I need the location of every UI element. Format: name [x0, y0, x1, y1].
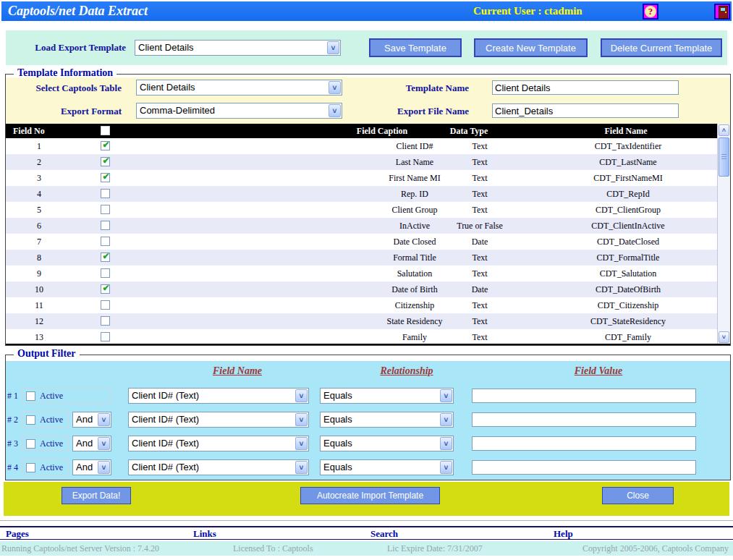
export-data-button[interactable]: Export Data!	[62, 487, 131, 504]
active-checkbox-group: Active	[22, 436, 69, 451]
filter-relationship-select[interactable]: Equals˅	[320, 412, 454, 428]
filter-relationship-select[interactable]: Equals˅	[320, 436, 454, 451]
chevron-down-icon[interactable]: ˅	[440, 413, 452, 426]
door-window	[721, 8, 725, 11]
save-template-button[interactable]: Save Template	[369, 38, 462, 57]
export-format-label: Export Format	[6, 106, 122, 117]
template-name-input[interactable]	[492, 80, 679, 95]
filter-value-input[interactable]	[472, 389, 696, 403]
table-row: 6InActiveTrue or FalseCDT_ClientInActive	[6, 218, 717, 234]
field-checkbox[interactable]	[101, 221, 110, 230]
header-data-type: Data Type	[397, 126, 541, 137]
template-info-form: Select Captools Table Client Details ˅ T…	[6, 77, 730, 124]
field-name-cell: CDT_RepId	[543, 189, 713, 200]
filter-value-input[interactable]	[472, 436, 696, 451]
nav-help[interactable]: Help	[554, 528, 573, 540]
chevron-down-icon[interactable]: ˅	[440, 461, 452, 474]
create-new-template-button[interactable]: Create New Template	[474, 38, 588, 57]
active-checkbox[interactable]	[26, 463, 35, 472]
nav-links[interactable]: Links	[193, 528, 216, 540]
active-checkbox-group: Active	[22, 388, 111, 404]
and-or-select[interactable]: And˅	[72, 459, 111, 475]
filter-field-select[interactable]: Client ID# (Text)˅	[128, 388, 309, 404]
table-row: 13FamilyTextCDT_Family	[6, 329, 717, 345]
chevron-down-icon[interactable]: ˅	[295, 437, 308, 450]
filter-row-number: # 4	[7, 462, 18, 473]
filter-row-number: # 2	[7, 415, 18, 425]
active-label: Active	[40, 438, 63, 449]
chevron-down-icon[interactable]: ˅	[329, 81, 341, 94]
filter-row-number: # 3	[7, 438, 18, 449]
scrollbar-thumb[interactable]	[719, 137, 729, 177]
data-type-cell: Text	[407, 268, 552, 279]
scroll-up-icon[interactable]: ˄	[719, 124, 729, 136]
data-type-cell: Text	[407, 205, 552, 216]
load-template-select[interactable]: Client Details ˅	[135, 40, 341, 56]
and-or-select[interactable]: And˅	[72, 412, 111, 428]
chevron-down-icon[interactable]: ˅	[295, 461, 308, 474]
field-checkbox[interactable]	[101, 316, 110, 326]
field-checkbox[interactable]: ✔	[101, 141, 110, 150]
chevron-down-icon[interactable]: ˅	[440, 437, 452, 450]
field-name-cell: CDT_Citizenship	[543, 300, 713, 311]
field-checkbox[interactable]: ✔	[101, 157, 110, 166]
filter-col-field-value: Field Value	[485, 365, 712, 377]
door-knob	[725, 12, 726, 13]
nav-search[interactable]: Search	[370, 528, 398, 540]
active-label: Active	[40, 415, 63, 425]
active-checkbox-group: Active	[22, 459, 69, 475]
filter-field-select[interactable]: Client ID# (Text)˅	[128, 436, 309, 451]
filter-field-select-value: Client ID# (Text)	[132, 390, 294, 401]
filter-field-select[interactable]: Client ID# (Text)˅	[128, 412, 309, 428]
delete-current-template-button[interactable]: Delete Current Template	[601, 38, 722, 57]
field-name-cell: CDT_TaxIdentifier	[543, 141, 713, 152]
filter-relationship-select[interactable]: Equals˅	[320, 388, 454, 404]
filter-value-input[interactable]	[472, 412, 696, 427]
load-template-bar: Load Export Template Client Details ˅ Sa…	[6, 30, 727, 65]
titlebar: Captools/net Data Extract Current User :…	[1, 1, 732, 21]
chevron-down-icon[interactable]: ˅	[329, 104, 341, 117]
chevron-down-icon[interactable]: ˅	[295, 389, 308, 402]
field-checkbox[interactable]	[101, 332, 110, 341]
filter-relationship-select[interactable]: Equals˅	[320, 459, 454, 475]
scroll-down-icon[interactable]: ˅	[719, 331, 729, 343]
active-checkbox[interactable]	[26, 439, 35, 449]
filter-col-field-name: Field Name	[146, 365, 329, 377]
export-format-select[interactable]: Comma-Delimited ˅	[136, 103, 342, 119]
table-row: 2✔Last NameTextCDT_LastName	[6, 154, 717, 170]
field-no-cell: 11	[6, 300, 72, 311]
field-checkbox[interactable]: ✔	[101, 173, 110, 182]
table-row: 1✔Client ID#TextCDT_TaxIdentifier	[6, 138, 717, 154]
select-captools-table-select[interactable]: Client Details ˅	[136, 80, 342, 96]
field-no-cell: 7	[6, 237, 72, 247]
filter-field-select[interactable]: Client ID# (Text)˅	[128, 459, 309, 475]
field-no-cell: 5	[6, 205, 72, 216]
chevron-down-icon[interactable]: ˅	[98, 461, 110, 474]
chevron-down-icon[interactable]: ˅	[440, 389, 452, 402]
select-all-checkbox[interactable]	[101, 126, 110, 135]
active-checkbox[interactable]	[26, 415, 35, 425]
filter-value-input[interactable]	[472, 460, 696, 475]
field-checkbox[interactable]	[101, 300, 110, 310]
field-checkbox[interactable]	[101, 268, 110, 278]
export-file-name-input[interactable]	[492, 103, 679, 118]
and-or-select[interactable]: And˅	[72, 436, 111, 451]
field-checkbox[interactable]	[101, 189, 110, 198]
help-icon[interactable]: ?	[643, 4, 658, 20]
field-checkbox[interactable]: ✔	[101, 253, 110, 262]
active-label: Active	[40, 462, 63, 473]
chevron-down-icon[interactable]: ˅	[295, 413, 308, 426]
active-checkbox[interactable]	[26, 391, 35, 401]
chevron-down-icon[interactable]: ˅	[327, 41, 339, 54]
chevron-down-icon[interactable]: ˅	[98, 413, 110, 426]
nav-pages[interactable]: Pages	[6, 528, 29, 540]
field-checkbox[interactable]	[101, 237, 110, 246]
chevron-down-icon[interactable]: ˅	[98, 437, 110, 450]
exit-door-icon[interactable]	[714, 4, 730, 20]
field-checkbox[interactable]	[101, 205, 110, 214]
filter-field-select-value: Client ID# (Text)	[132, 462, 294, 472]
autocreate-import-template-button[interactable]: Autocreate Import Template	[300, 487, 440, 504]
table-scrollbar[interactable]: ˄ ˅	[717, 124, 730, 344]
close-button[interactable]: Close	[602, 487, 674, 504]
field-checkbox[interactable]: ✔	[101, 284, 110, 294]
